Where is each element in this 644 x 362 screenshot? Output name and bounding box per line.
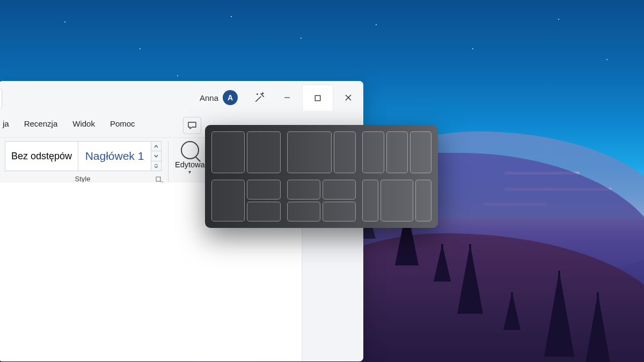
wand-icon [254,92,266,104]
snap-zone[interactable] [287,180,320,200]
titlebar[interactable]: Anna A [0,81,363,115]
more-icon [151,161,161,171]
snap-layout-two-even [211,131,281,173]
snap-layout-left-stack [211,180,281,221]
coming-soon-button[interactable] [247,92,272,104]
snap-zone[interactable] [323,202,356,221]
snap-zone[interactable] [410,131,431,173]
ribbon-group-styles: Bez odstępów Nagłówek 1 Style [5,141,162,183]
ribbon-tab-review[interactable]: Recenzja [17,116,65,131]
snap-zone[interactable] [287,202,320,221]
snap-zone[interactable] [247,202,280,221]
snap-zone[interactable] [247,131,280,173]
style-tile-heading1[interactable]: Nagłówek 1 [78,141,151,171]
account-name: Anna [200,93,218,102]
window-maximize-button[interactable] [302,85,333,111]
search-icon [181,141,199,159]
snap-zone[interactable] [211,180,245,221]
snap-zone[interactable] [362,131,384,173]
snap-zone[interactable] [247,180,280,200]
snap-zone[interactable] [415,180,431,221]
styles-gallery-expand[interactable] [151,141,162,171]
window-minimize-button[interactable] [272,85,302,110]
snap-layout-three-columns [362,131,431,173]
style-tile-no-spacing[interactable]: Bez odstępów [5,141,78,171]
snap-layout-three-center-wide [362,180,431,221]
close-icon [345,94,352,101]
ribbon-divider [168,141,169,183]
snap-zone[interactable] [386,131,408,173]
editing-label: Edytowa [175,160,205,169]
snap-layouts-flyout [205,125,438,228]
ribbon-tab-help[interactable]: Pomoc [103,116,143,131]
comments-button[interactable] [183,117,201,134]
snap-zone[interactable] [323,180,356,200]
chevron-down-icon: ▾ [188,169,191,175]
ribbon-tab-partial[interactable]: ja [2,116,17,131]
snap-zone[interactable] [287,131,332,173]
snap-layout-two-wide-narrow [287,131,356,173]
snap-zone[interactable] [380,180,413,221]
chevron-up-icon [151,142,161,151]
account-button[interactable]: Anna A [200,90,247,105]
window-close-button[interactable] [333,85,363,110]
minimize-icon [284,94,290,101]
titlebar-search-box[interactable] [0,88,2,109]
ribbon-group-editing[interactable]: Edytowa ▾ [175,138,205,175]
ribbon-group-label: Style [5,175,160,183]
maximize-icon [314,95,321,101]
comment-icon [187,121,197,130]
avatar: A [223,90,238,105]
ribbon-tab-view[interactable]: Widok [65,116,103,131]
snap-layout-quad [287,180,356,221]
svg-rect-2 [156,177,160,181]
snap-zone[interactable] [334,131,356,173]
chevron-down-icon [151,151,161,161]
svg-rect-1 [315,95,320,101]
snap-zone[interactable] [211,131,245,173]
snap-zone[interactable] [362,180,378,221]
